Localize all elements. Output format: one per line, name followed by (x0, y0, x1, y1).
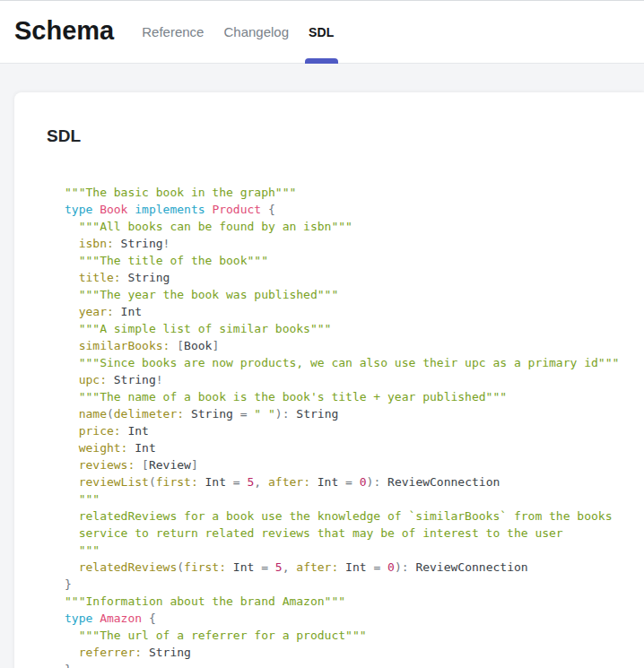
sdl-card-heading: SDL (47, 126, 626, 146)
code-line: type Amazon { (65, 610, 626, 627)
code-line: relatedReviews(first: Int = 5, after: In… (65, 559, 626, 576)
code-line: } (65, 576, 626, 593)
page-title: Schema (14, 16, 114, 46)
code-line: """The title of the book""" (65, 252, 626, 269)
code-line: service to return related reviews that m… (65, 525, 626, 542)
active-tab-indicator (305, 58, 338, 64)
code-line: year: Int (65, 303, 626, 320)
code-line: weight: Int (65, 439, 626, 456)
tab-changelog-label: Changelog (223, 24, 289, 39)
code-line: """The year the book was published""" (65, 286, 626, 303)
tab-bar: Reference Changelog SDL (132, 1, 344, 63)
code-line: referrer: String (65, 644, 626, 661)
code-line: relatedReviews for a book use the knowle… (65, 508, 626, 525)
code-line: """The basic book in the graph""" (65, 184, 626, 201)
code-line: title: String (65, 269, 626, 286)
code-line: } (65, 661, 626, 668)
tab-reference-label: Reference (142, 24, 204, 39)
page-header: Schema Reference Changelog SDL (0, 0, 644, 64)
code-line: """ (65, 542, 626, 559)
code-line: price: Int (65, 422, 626, 439)
code-line: type Book implements Product { (65, 201, 626, 218)
sdl-code: """The basic book in the graph"""type Bo… (65, 184, 626, 668)
code-line: isbn: String! (65, 235, 626, 252)
content-area: SDL """The basic book in the graph"""typ… (0, 92, 644, 668)
tab-sdl[interactable]: SDL (299, 1, 344, 63)
code-line: """ (65, 490, 626, 508)
tab-changelog[interactable]: Changelog (213, 1, 299, 63)
code-line: """Since books are now products, we can … (65, 354, 626, 371)
code-line: reviewList(first: Int = 5, after: Int = … (65, 473, 626, 490)
code-line: """Information about the brand Amazon""" (65, 593, 626, 610)
code-line: """All books can be found by an isbn""" (65, 218, 626, 235)
code-line: upc: String! (65, 371, 626, 388)
code-line: reviews: [Review] (65, 456, 626, 473)
code-line: """A simple list of similar books""" (65, 320, 626, 337)
code-line: name(delimeter: String = " "): String (65, 405, 626, 422)
code-line: """The url of a referrer for a product""… (65, 627, 626, 644)
sdl-card: SDL """The basic book in the graph"""typ… (14, 92, 644, 668)
tab-sdl-label: SDL (309, 25, 335, 39)
tab-reference[interactable]: Reference (132, 1, 213, 63)
code-line: """The name of a book is the book's titl… (65, 388, 626, 405)
code-line: similarBooks: [Book] (65, 337, 626, 354)
